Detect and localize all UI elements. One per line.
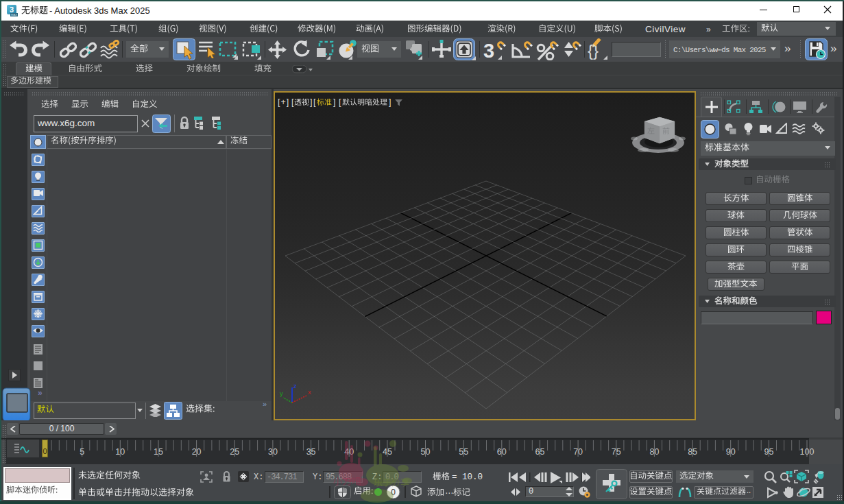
svg-text:30: 30: [268, 447, 278, 457]
svg-text:65: 65: [535, 447, 545, 457]
svg-text:25: 25: [230, 447, 239, 457]
svg-text:70: 70: [573, 447, 583, 457]
svg-text:90: 90: [726, 447, 736, 457]
svg-text:35: 35: [306, 447, 316, 457]
svg-text:5: 5: [80, 447, 84, 457]
svg-text:15: 15: [154, 447, 163, 457]
svg-text:55: 55: [459, 447, 468, 457]
svg-text:3: 3: [483, 40, 494, 60]
svg-text:85: 85: [688, 447, 697, 457]
svg-text:95: 95: [764, 447, 773, 457]
svg-text:MAX: MAX: [11, 13, 17, 16]
svg-text:3: 3: [10, 5, 14, 14]
svg-text:80: 80: [649, 447, 659, 457]
svg-text:10: 10: [115, 447, 125, 457]
svg-text:75: 75: [612, 447, 621, 457]
svg-text:y: y: [280, 389, 283, 397]
svg-text:60: 60: [497, 447, 507, 457]
svg-text:z: z: [293, 382, 297, 389]
svg-text:100: 100: [800, 447, 815, 457]
svg-text:20: 20: [192, 447, 202, 457]
svg-text:x: x: [308, 388, 311, 396]
